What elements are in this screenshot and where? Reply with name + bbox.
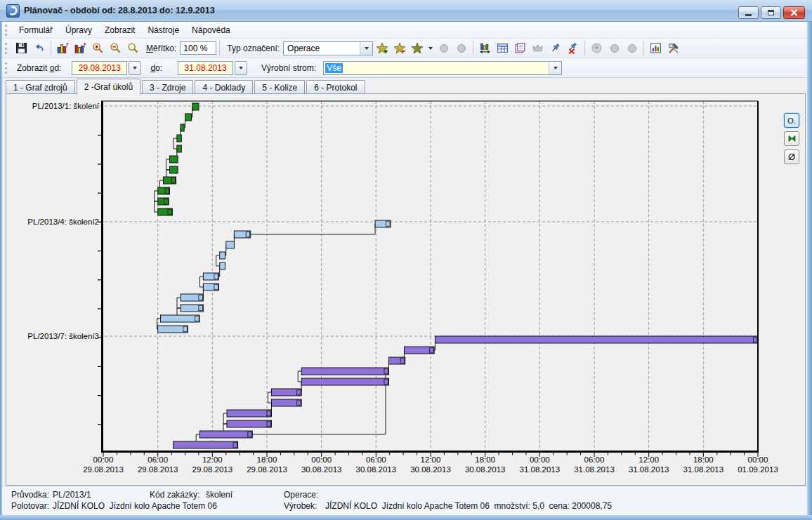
select-dropdown-button[interactable] [426, 40, 435, 57]
zoom-out-icon [110, 42, 122, 54]
zoom-reset-button[interactable] [124, 40, 142, 57]
select-remove-icon [393, 42, 406, 55]
gantt-bar[interactable] [177, 135, 181, 142]
scale-label: Měřítko: [146, 44, 176, 53]
gantt-bar[interactable] [173, 441, 238, 448]
notes-button[interactable] [511, 40, 529, 57]
app-icon [6, 4, 20, 18]
zoom-in-icon [92, 42, 104, 54]
tasks-chart-button[interactable] [72, 40, 89, 57]
pin-button[interactable] [546, 40, 564, 57]
axis-tick-time: 00:00 [748, 455, 768, 464]
disabled-blob-icon [609, 43, 620, 54]
chevron-down-icon [239, 67, 243, 69]
to-label: do: [150, 63, 162, 73]
gantt-bar[interactable] [220, 252, 225, 259]
gantt-bar[interactable] [301, 378, 388, 385]
gantt-bar[interactable] [227, 410, 271, 417]
tab-6-protokol[interactable]: 6 - Protokol [306, 80, 365, 94]
axis-tick-time: 12:00 [421, 455, 441, 464]
axis-tick-date: 30.08.2013 [301, 465, 342, 474]
tools-button[interactable] [664, 40, 682, 57]
clear-selection-button[interactable]: Ø [784, 149, 799, 164]
save-button[interactable] [13, 40, 30, 57]
polotovar-value: JÍZDNÍ KOLO Jízdní kolo Apache Totem 06 [53, 501, 217, 511]
gantt-bar[interactable] [199, 431, 252, 438]
date-from-dropdown-button[interactable] [129, 61, 141, 75]
menu-item-napoveda[interactable]: Nápověda [185, 23, 237, 37]
menu-item-nastroje[interactable]: Nástroje [141, 23, 185, 37]
zoom-out-button[interactable] [107, 40, 124, 57]
tab-3-zdroje[interactable]: 3 - Zdroje [142, 80, 193, 94]
gantt-bar-end-mark [754, 337, 758, 342]
gantt-bar-end-mark [384, 379, 388, 385]
production-tree-dropdown-button[interactable] [549, 62, 561, 74]
date-to-field[interactable]: 31.08.2013 [178, 61, 233, 75]
scale-input[interactable] [180, 41, 216, 55]
axis-tick-time: 06:00 [584, 455, 605, 464]
operations-toggle-button[interactable]: O. [784, 113, 799, 128]
axis-tick-time: 12:00 [202, 455, 223, 464]
dependency-connector [216, 255, 220, 266]
tab-4-doklady[interactable]: 4 - Doklady [195, 80, 253, 94]
gantt-bar[interactable] [169, 156, 178, 163]
fit-chart-icon [479, 42, 491, 54]
resources-chart-button[interactable] [54, 40, 72, 57]
menu-bar: FormulářÚpravyZobrazitNástrojeNápověda [2, 22, 807, 39]
axis-tick-date: 30.08.2013 [410, 465, 451, 474]
mark-type-dropdown-button[interactable] [360, 42, 372, 55]
dependency-connector [268, 392, 271, 403]
gantt-bar[interactable] [226, 241, 235, 248]
tab-1-graf-zdroju[interactable]: 1 - Graf zdrojů [6, 80, 75, 94]
date-from-field[interactable]: 29.08.2013 [72, 61, 127, 75]
fit-chart-button[interactable] [476, 40, 494, 57]
gantt-bar[interactable] [177, 145, 181, 152]
date-to-dropdown-button[interactable] [235, 61, 247, 75]
gantt-bar[interactable] [227, 420, 271, 427]
zoom-icon [127, 42, 139, 54]
axis-tick-time: 00:00 [530, 455, 550, 464]
chart-resources-icon [57, 42, 69, 54]
axis-tick-time: 18:00 [693, 455, 714, 464]
menu-item-formular[interactable]: Formulář [13, 23, 59, 37]
mark-type-combo[interactable]: Operace [283, 41, 373, 55]
window-frame-left [0, 22, 2, 520]
tab-5-kolize[interactable]: 5 - Kolize [254, 80, 305, 94]
gantt-bar[interactable] [192, 103, 199, 110]
table-view-button[interactable] [494, 40, 511, 57]
gantt-chart: PL/2013/1: školeníPL/2013/4: školení2PL/… [6, 94, 805, 485]
production-tree-combo[interactable]: Vše [323, 61, 562, 75]
gantt-bar[interactable] [301, 368, 388, 375]
undo-button[interactable] [30, 40, 48, 57]
gantt-bar[interactable] [181, 124, 184, 131]
axis-tick-time: 18:00 [257, 455, 277, 464]
gantt-bar[interactable] [161, 315, 200, 322]
restore-button[interactable] [761, 6, 781, 19]
zoom-in-button[interactable] [89, 40, 107, 57]
gantt-bar-end-mark [267, 421, 271, 427]
report-chart-button[interactable] [647, 40, 664, 57]
toolbar-separator [51, 41, 51, 55]
gantt-row-label: PL/2013/7: školení3 [27, 332, 99, 340]
tab-2-graf-ukolu[interactable]: 2 -Graf úkolů [77, 79, 140, 95]
minimize-button[interactable] [738, 6, 759, 19]
gantt-bar[interactable] [185, 114, 192, 121]
menu-item-upravy[interactable]: Úpravy [59, 23, 98, 37]
toolbar-gripper [5, 43, 9, 54]
select-remove-button[interactable] [391, 40, 408, 57]
menu-item-zobrazit[interactable]: Zobrazit [98, 23, 141, 37]
axis-tick-date: 31.08.2013 [629, 465, 669, 474]
select-star-button[interactable] [408, 40, 426, 57]
gantt-bar[interactable] [220, 262, 225, 269]
title-bar[interactable]: Plánovač - období od: 28.8.2013 do: 12.9… [0, 0, 812, 22]
select-add-button[interactable] [373, 40, 391, 57]
axis-tick-time: 18:00 [475, 455, 495, 464]
gantt-bar[interactable] [169, 166, 178, 173]
gantt-bar[interactable] [435, 336, 758, 343]
close-button[interactable] [783, 6, 805, 19]
undo-icon [33, 42, 45, 54]
dependency-connector [155, 201, 158, 212]
vyrobek-label: Výrobek: [284, 501, 317, 511]
unpin-button[interactable] [564, 40, 582, 57]
collapse-button[interactable] [784, 131, 799, 146]
